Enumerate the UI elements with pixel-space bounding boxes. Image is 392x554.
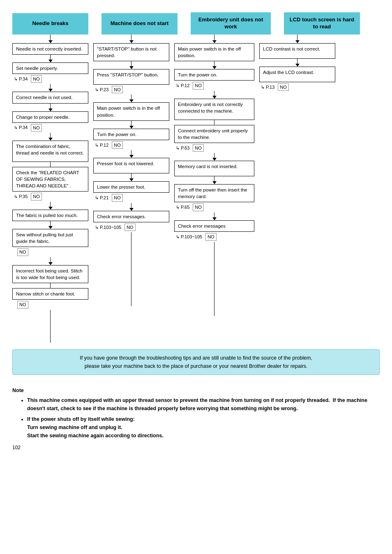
- sol-needle-3: Check the "RELATED CHART OF SEWING FABRI…: [12, 167, 88, 192]
- troubleshooting-diagram: Needle breaks Machine does not start Emb…: [12, 12, 380, 375]
- prob-needle-3: The combination of fabric, thread and ne…: [12, 141, 88, 162]
- header-lcd: LCD touch screen is hard to read: [284, 12, 360, 35]
- note-title: Note: [12, 386, 380, 395]
- prob-machine-1: "START/STOP" button is not pressed.: [93, 43, 169, 61]
- sol-machine-3: Lower the presser foot.: [93, 181, 169, 193]
- sol-emb-1: Turn the power on.: [174, 69, 254, 81]
- ref-emb-2: ↳ P.63 NO: [174, 144, 254, 152]
- flow-col-2: "START/STOP" button is not pressed. Pres…: [93, 35, 169, 343]
- header-needle-breaks: Needle breaks: [12, 13, 88, 35]
- prob-emb-1: Main power switch is in the off position…: [174, 43, 254, 61]
- sol-emb-2: Connect embroidery unit properly to the …: [174, 125, 254, 143]
- header-row: Needle breaks Machine does not start Emb…: [12, 12, 380, 35]
- ref-machine-3: ↳ P.21 NO: [93, 194, 169, 202]
- sol-emb-3: Turn off the power then insert the memor…: [174, 184, 254, 202]
- note-section: Note This machine comes equipped with an…: [12, 386, 380, 440]
- sol-machine-1: Press "START/STOP" button.: [93, 69, 169, 85]
- ref-needle-4: NO: [12, 248, 88, 256]
- flow-col-3: Main power switch is in the off position…: [174, 35, 254, 343]
- prob-needle-5: Incorrect foot being used. Stitch is too…: [12, 265, 88, 283]
- prob-needle-4: The fabric is pulled too much.: [12, 210, 88, 221]
- ref-needle-1: ↳ P.34 NO: [12, 75, 88, 83]
- header-embroidery-unit: Embroidery unit does not work: [191, 12, 271, 35]
- prob-needle-1: Needle is not correctly inserted.: [12, 43, 88, 55]
- sol-needle-5: Narrow stitch or chante foot.: [12, 288, 88, 300]
- ref-needle-2: ↳ P.34 NO: [12, 124, 88, 132]
- note-item-2: If the power shuts off by itself while s…: [27, 415, 380, 440]
- sol-needle-4: Sew without pulling but just guide the f…: [12, 229, 88, 247]
- flow-area: Needle is not correctly inserted. Set ne…: [12, 35, 380, 343]
- ref-needle-5: NO: [12, 301, 88, 309]
- ref-lcd-1: ↳ P.13 NO: [259, 83, 335, 91]
- sol-machine-2: Turn the power on.: [93, 129, 169, 140]
- prob-machine-3: Presser foot is not lowered.: [93, 158, 169, 173]
- prob-machine-4: Check error messages.: [93, 211, 169, 222]
- flow-col-4: LCD contrast is not correct. Adjust the …: [259, 35, 335, 343]
- prob-lcd-1: LCD contrast is not correct.: [259, 43, 335, 59]
- ref-machine-2: ↳ P.12 NO: [93, 141, 169, 149]
- page-number: 102: [12, 445, 380, 450]
- ref-machine-4: ↳ P.103~105 NO: [93, 224, 169, 231]
- sol-needle-2: Change to proper needle.: [12, 111, 88, 123]
- note-item-1: This machine comes equipped with an uppe…: [27, 396, 380, 413]
- prob-machine-2: Main power switch is in the off position…: [93, 102, 169, 120]
- ref-emb-4: ↳ P.103~105 NO: [174, 233, 254, 241]
- ref-emb-1: ↳ P.12 NO: [174, 82, 254, 90]
- ref-emb-3: ↳ P.65 NO: [174, 203, 254, 211]
- prob-needle-2: Correct needle is not used.: [12, 92, 88, 103]
- prob-emb-3: Memory card is not inserted.: [174, 161, 254, 176]
- ref-machine-1: ↳ P.23 NO: [93, 86, 169, 94]
- sol-lcd-1: Adjust the LCD contrast.: [259, 67, 335, 82]
- sol-needle-1: Set needle properly.: [12, 62, 88, 74]
- prob-emb-2: Embroidery unit is not correctly connect…: [174, 99, 254, 120]
- flow-col-1: Needle is not correctly inserted. Set ne…: [12, 35, 88, 343]
- ref-needle-3: ↳ P.35 NO: [12, 193, 88, 201]
- bottom-notice: If you have gone through the troubleshoo…: [12, 349, 380, 375]
- header-machine-not-start: Machine does not start: [101, 13, 178, 35]
- prob-emb-4: Check error messages: [174, 220, 254, 232]
